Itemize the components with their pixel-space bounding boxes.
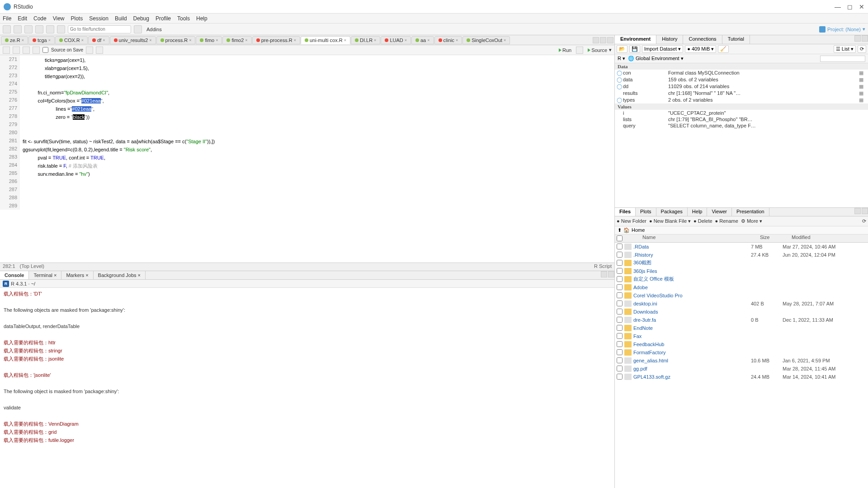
env-row[interactable]: ◯conFormal class MySQLConnection▦ — [615, 70, 868, 76]
menu-view[interactable]: View — [53, 15, 65, 22]
code-editor[interactable]: 2712722732742752762772782792802812822832… — [0, 55, 614, 263]
env-row[interactable]: ◯types2 obs. of 2 variables▦ — [615, 97, 868, 103]
source-menu-chevron[interactable]: ▾ — [609, 47, 612, 53]
file-checkbox[interactable] — [617, 325, 623, 331]
env-tab-history[interactable]: History — [656, 35, 683, 44]
file-checkbox[interactable] — [617, 333, 623, 339]
menu-help[interactable]: Help — [196, 15, 208, 22]
file-checkbox[interactable] — [617, 244, 623, 249]
list-view-toggle[interactable]: ☰ List ▾ — [834, 45, 856, 53]
file-row[interactable]: FeedbackHub — [615, 340, 868, 348]
file-row[interactable]: Adobe — [615, 283, 868, 291]
col-modified[interactable]: Modified — [792, 235, 866, 242]
env-tab-connections[interactable]: Connections — [683, 35, 722, 44]
file-row[interactable]: GPL4133.soft.gz24.4 MBMar 14, 2024, 10:4… — [615, 373, 868, 381]
file-checkbox[interactable] — [617, 300, 623, 306]
source-tab[interactable]: aa× — [411, 36, 434, 44]
files-tab-presentation[interactable]: Presentation — [732, 208, 769, 216]
env-tab-environment[interactable]: Environment — [615, 35, 656, 44]
new-project-button[interactable] — [14, 25, 22, 33]
console-tab-background-jobs[interactable]: Background Jobs × — [94, 271, 146, 279]
forward-button[interactable] — [13, 47, 20, 54]
files-tab-help[interactable]: Help — [688, 208, 708, 216]
file-checkbox[interactable] — [617, 268, 623, 274]
crumb-home[interactable]: Home — [632, 227, 645, 233]
compile-button[interactable] — [96, 47, 103, 54]
source-tab[interactable]: SingleCoxOut× — [462, 36, 510, 44]
open-file-button[interactable] — [24, 25, 33, 33]
source-tab[interactable]: DI.LR× — [351, 36, 380, 44]
col-name[interactable]: Name — [624, 235, 760, 242]
menu-debug[interactable]: Debug — [133, 15, 149, 22]
new-blank-file-button[interactable]: ● New Blank File ▾ — [649, 218, 691, 224]
col-size[interactable]: Size — [760, 235, 792, 242]
files-tab-plots[interactable]: Plots — [636, 208, 656, 216]
find-button[interactable] — [86, 47, 93, 54]
new-file-button[interactable] — [3, 25, 11, 33]
file-checkbox[interactable] — [617, 374, 623, 380]
files-tab-files[interactable]: Files — [615, 208, 636, 216]
menu-tools[interactable]: Tools — [177, 15, 190, 22]
file-row[interactable]: gg.pdfMar 28, 2024, 11:45 AM — [615, 365, 868, 373]
save-workspace-button[interactable]: 💾 — [629, 45, 640, 53]
menu-build[interactable]: Build — [115, 15, 127, 22]
env-scope-selector[interactable]: 🌐 Global Environment ▾ — [628, 56, 684, 61]
file-checkbox[interactable] — [617, 317, 623, 323]
source-tab[interactable]: uni-multi cox.R× — [301, 36, 350, 44]
home-icon[interactable]: 🏠 — [623, 227, 630, 233]
file-row[interactable]: EndNote — [615, 324, 868, 332]
tab-nav-right[interactable] — [600, 37, 606, 43]
files-min-icon[interactable] — [854, 208, 861, 214]
maximize-button[interactable]: ◻ — [847, 3, 853, 10]
source-on-save-checkbox[interactable] — [42, 47, 48, 53]
source-tab[interactable]: ze.R× — [1, 36, 28, 44]
env-row[interactable]: ◯dd11029 obs. of 214 variables▦ — [615, 83, 868, 90]
goto-file-input[interactable] — [68, 25, 131, 33]
file-checkbox[interactable] — [617, 349, 623, 355]
file-row[interactable]: Corel VideoStudio Pro — [615, 291, 868, 300]
file-checkbox[interactable] — [617, 260, 623, 266]
pane-max-icon[interactable] — [607, 37, 613, 43]
file-checkbox[interactable] — [617, 366, 623, 371]
source-tab[interactable]: clinic× — [434, 36, 462, 44]
file-row[interactable]: .Rhistory27.4 KBJun 20, 2024, 12:04 PM — [615, 251, 868, 259]
file-checkbox[interactable] — [617, 357, 623, 363]
source-tab[interactable]: pre-process.R× — [252, 36, 300, 44]
refresh-files-button[interactable]: ⟳ — [862, 218, 866, 224]
console-max-icon[interactable] — [608, 271, 614, 277]
console-tab-console[interactable]: Console — [0, 271, 29, 279]
source-tab[interactable]: df× — [88, 36, 109, 44]
clear-workspace-button[interactable]: 🧹 — [718, 45, 729, 53]
source-tab[interactable]: tcga× — [28, 36, 55, 44]
console-min-icon[interactable] — [601, 271, 607, 277]
tab-nav-left[interactable] — [593, 37, 599, 43]
file-checkbox[interactable] — [617, 309, 623, 314]
file-row[interactable]: 自定义 Office 模板 — [615, 275, 868, 283]
menu-profile[interactable]: Profile — [156, 15, 171, 22]
file-row[interactable]: 360截图 — [615, 259, 868, 267]
console-tab-markers[interactable]: Markers × — [61, 271, 93, 279]
source-tab[interactable]: LUAD× — [381, 36, 411, 44]
console-tab-terminal[interactable]: Terminal × — [29, 271, 61, 279]
file-row[interactable]: dre-3utr.fa0 BDec 1, 2022, 11:33 AM — [615, 316, 868, 324]
grid-button[interactable] — [134, 25, 142, 33]
source-tab[interactable]: process.R× — [156, 36, 196, 44]
menu-session[interactable]: Session — [89, 15, 108, 22]
show-in-new-button[interactable] — [23, 47, 30, 54]
files-tab-packages[interactable]: Packages — [656, 208, 688, 216]
save-all-button[interactable] — [46, 25, 54, 33]
code-scope[interactable]: (Top Level) — [20, 263, 44, 270]
addins-menu[interactable]: Addins — [145, 27, 164, 32]
env-tab-tutorial[interactable]: Tutorial — [722, 35, 750, 44]
env-row[interactable]: listschr [1:79] "BRCA_BI_Phospho" "BR… — [615, 116, 868, 122]
file-row[interactable]: .RData7 MBMar 27, 2024, 10:46 AM — [615, 243, 868, 251]
source-tab[interactable]: univ_results2× — [110, 36, 156, 44]
file-checkbox[interactable] — [617, 284, 623, 290]
more-button[interactable]: ⚙ More ▾ — [741, 218, 762, 224]
env-search-input[interactable] — [820, 56, 865, 62]
source-tab[interactable]: COX.R× — [55, 36, 88, 44]
menu-file[interactable]: File — [3, 15, 11, 22]
file-row[interactable]: FormatFactory — [615, 348, 868, 357]
menu-code[interactable]: Code — [33, 15, 47, 22]
save-button[interactable] — [35, 25, 43, 33]
